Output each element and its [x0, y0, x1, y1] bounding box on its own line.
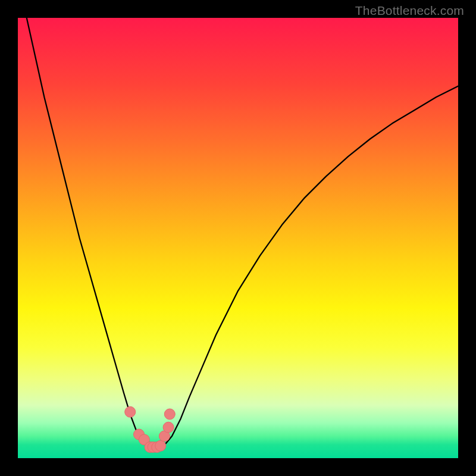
marker-point	[155, 440, 166, 451]
plot-area	[18, 18, 458, 458]
marker-point	[164, 409, 175, 419]
marker-point	[163, 422, 174, 433]
watermark-text: TheBottleneck.com	[355, 4, 464, 18]
chart-frame: TheBottleneck.com	[0, 0, 476, 476]
highlight-markers	[125, 406, 176, 452]
bottleneck-curve	[18, 18, 458, 449]
marker-point	[125, 406, 136, 417]
chart-svg	[18, 18, 458, 458]
